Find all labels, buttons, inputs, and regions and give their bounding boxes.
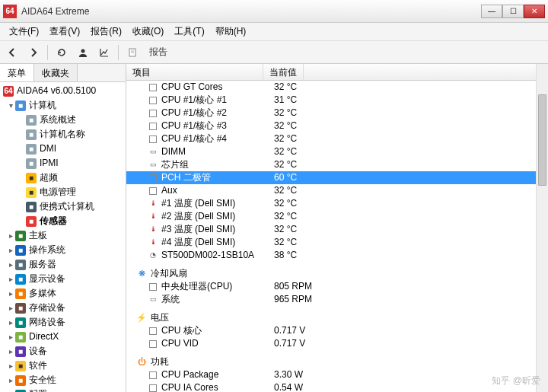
sensor-name: #2 温度 (Dell SMI) bbox=[161, 210, 274, 223]
col-value[interactable]: 当前值 bbox=[263, 64, 304, 80]
sensor-name: CPU IA Cores bbox=[161, 381, 274, 392]
tree-node[interactable]: ■电源管理 bbox=[0, 185, 126, 199]
tree-node[interactable]: ▸■主板 bbox=[0, 228, 126, 243]
column-header: 项目 当前值 bbox=[126, 64, 548, 81]
aida64-icon: 64 bbox=[3, 86, 14, 97]
node-icon: ■ bbox=[15, 231, 26, 241]
node-label: 安全性 bbox=[29, 374, 56, 387]
sensor-row[interactable]: CPU GT Cores32 °C bbox=[126, 81, 548, 94]
twisty-icon: ▸ bbox=[6, 301, 15, 314]
node-icon: ■ bbox=[15, 260, 26, 270]
node-label: 超频 bbox=[40, 171, 58, 184]
sensor-row[interactable]: CPU #1/核心 #332 °C bbox=[126, 120, 548, 132]
tree-node[interactable]: ▾■计算机 bbox=[0, 98, 126, 113]
menu-item[interactable]: 查看(V) bbox=[45, 24, 84, 40]
tree-node[interactable]: ▸■操作系统 bbox=[0, 243, 126, 257]
sensor-row[interactable]: 🌡#1 温度 (Dell SMI)32 °C bbox=[126, 197, 548, 210]
tree-node[interactable]: ▸■网络设备 bbox=[0, 315, 126, 330]
sensor-row[interactable]: 🌡#4 温度 (Dell SMI)32 °C bbox=[126, 236, 548, 249]
sensor-value: 805 RPM bbox=[274, 280, 312, 293]
tree-node[interactable]: ▸■存储设备 bbox=[0, 301, 126, 315]
toolbar: 报告 bbox=[0, 41, 548, 64]
minimize-button[interactable]: — bbox=[481, 5, 502, 18]
menu-item[interactable]: 工具(T) bbox=[170, 24, 209, 40]
node-icon: ■ bbox=[15, 390, 26, 393]
sensor-group-header: ⏻功耗 bbox=[126, 355, 548, 368]
tree-node[interactable]: ■便携式计算机 bbox=[0, 199, 126, 214]
sensor-value: 31 °C bbox=[274, 94, 297, 107]
menu-item[interactable]: 帮助(H) bbox=[211, 24, 251, 40]
twisty-icon: ▸ bbox=[6, 258, 15, 271]
scrollbar[interactable] bbox=[536, 64, 548, 392]
sensor-icon bbox=[148, 174, 158, 183]
sensor-value: 32 °C bbox=[274, 236, 297, 249]
tree-node[interactable]: ▸■多媒体 bbox=[0, 286, 126, 301]
sensor-name: PCH 二极管 bbox=[161, 171, 274, 184]
sensor-row[interactable]: CPU #1/核心 #432 °C bbox=[126, 132, 548, 145]
sensor-row[interactable]: CPU 核心0.717 V bbox=[126, 324, 548, 337]
sensor-value: 60 °C bbox=[274, 171, 297, 184]
tree-node[interactable]: ▸■安全性 bbox=[0, 373, 126, 387]
tree-node[interactable]: ■IPMI bbox=[0, 156, 126, 171]
tree-root[interactable]: 64AIDA64 v6.00.5100 bbox=[0, 84, 126, 98]
col-item[interactable]: 项目 bbox=[126, 64, 263, 80]
sensor-row[interactable]: ▭DIMM32 °C bbox=[126, 145, 548, 158]
report-icon[interactable] bbox=[125, 45, 140, 60]
sensor-row[interactable]: 中央处理器(CPU)805 RPM bbox=[126, 280, 548, 293]
tree-node[interactable]: ▸■服务器 bbox=[0, 257, 126, 272]
nav-tree: 64AIDA64 v6.00.5100▾■计算机■系统概述■计算机名称■DMI■… bbox=[0, 82, 126, 392]
maximize-button[interactable]: ☐ bbox=[502, 5, 524, 18]
tree-node[interactable]: ▸■配置 bbox=[0, 387, 126, 392]
node-icon: ■ bbox=[15, 100, 26, 111]
sensor-row[interactable]: ▭芯片组32 °C bbox=[126, 158, 548, 171]
sensor-row[interactable]: CPU IA Cores0.54 W bbox=[126, 381, 548, 392]
menu-item[interactable]: 收藏(O) bbox=[128, 24, 168, 40]
left-tabs: 菜单 收藏夹 bbox=[0, 64, 126, 82]
node-label: 网络设备 bbox=[29, 316, 65, 329]
sensor-row[interactable]: CPU #1/核心 #131 °C bbox=[126, 94, 548, 107]
node-label: 存储设备 bbox=[29, 301, 65, 314]
menu-item[interactable]: 文件(F) bbox=[5, 24, 43, 40]
menu-item[interactable]: 报告(R) bbox=[86, 24, 126, 40]
tree-node[interactable]: ▸■设备 bbox=[0, 344, 126, 359]
twisty-icon: ▸ bbox=[6, 359, 15, 372]
tree-node[interactable]: ■传感器 bbox=[0, 214, 126, 228]
sensor-name: CPU #1/核心 #3 bbox=[161, 120, 274, 132]
tree-node[interactable]: ■超频 bbox=[0, 171, 126, 185]
twisty-icon: ▸ bbox=[6, 345, 15, 358]
tab-menu[interactable]: 菜单 bbox=[0, 64, 34, 81]
tree-node[interactable]: ▸■软件 bbox=[0, 359, 126, 373]
group-title: 冷却风扇 bbox=[151, 267, 187, 280]
user-icon[interactable] bbox=[75, 45, 91, 60]
tree-node[interactable]: ■系统概述 bbox=[0, 113, 126, 127]
sensor-row[interactable]: 🌡#2 温度 (Dell SMI)32 °C bbox=[126, 210, 548, 223]
node-label: 便携式计算机 bbox=[40, 200, 94, 213]
sensor-row[interactable]: CPU Package3.30 W bbox=[126, 368, 548, 381]
sensor-group-header: ❋冷却风扇 bbox=[126, 266, 548, 280]
sensor-row[interactable]: 🌡#3 温度 (Dell SMI)32 °C bbox=[126, 223, 548, 236]
back-button[interactable] bbox=[5, 45, 20, 60]
group-icon: ❋ bbox=[135, 267, 148, 279]
chart-icon[interactable] bbox=[97, 45, 112, 60]
sensor-value: 32 °C bbox=[274, 197, 297, 210]
sensor-row[interactable]: Aux32 °C bbox=[126, 184, 548, 197]
sensor-row[interactable]: CPU #1/核心 #232 °C bbox=[126, 107, 548, 120]
tree-node[interactable]: ■DMI bbox=[0, 142, 126, 156]
twisty-icon: ▸ bbox=[6, 229, 15, 242]
tree-node[interactable]: ▸■DirectX bbox=[0, 330, 126, 344]
report-label[interactable]: 报告 bbox=[149, 46, 167, 59]
close-button[interactable]: ✕ bbox=[524, 5, 545, 18]
tab-favorites[interactable]: 收藏夹 bbox=[34, 64, 78, 81]
tree-node[interactable]: ▸■显示设备 bbox=[0, 272, 126, 286]
sensor-row[interactable]: ◔ST500DM002-1SB10A38 °C bbox=[126, 249, 548, 262]
sensor-row[interactable]: PCH 二极管60 °C bbox=[126, 171, 548, 184]
node-label: 计算机名称 bbox=[40, 128, 85, 141]
refresh-button[interactable] bbox=[54, 45, 69, 60]
sensor-row[interactable]: CPU VID0.717 V bbox=[126, 337, 548, 350]
twisty-icon: ▸ bbox=[6, 316, 15, 329]
node-label: 系统概述 bbox=[40, 113, 76, 126]
forward-button[interactable] bbox=[26, 45, 41, 60]
sensor-row[interactable]: ▭系统965 RPM bbox=[126, 293, 548, 306]
sensor-value: 0.54 W bbox=[274, 381, 303, 392]
tree-node[interactable]: ■计算机名称 bbox=[0, 127, 126, 142]
